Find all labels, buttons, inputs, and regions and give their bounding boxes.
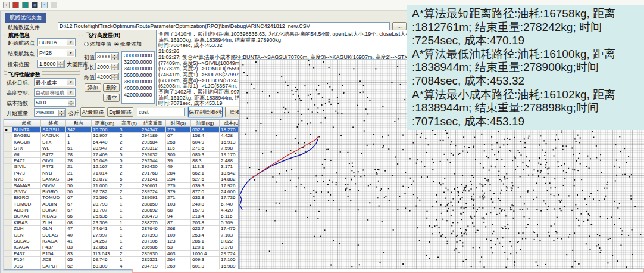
end-waypoint-combo[interactable]: P428 ▼ (37, 49, 76, 57)
row-selector-cell[interactable] (4, 176, 12, 182)
step-value-spinner[interactable]: 2000.00▲▼ (95, 63, 119, 70)
row-selector-cell[interactable] (4, 158, 12, 164)
row-selector-cell[interactable] (4, 152, 12, 158)
chevron-down-icon[interactable]: ▼ (67, 50, 74, 56)
spinner-buttons[interactable]: ▲▼ (111, 64, 118, 69)
table-row[interactable]: P473NYB2171.0142291768284662.118.542 (4, 170, 238, 176)
row-selector-cell[interactable] (4, 213, 12, 219)
clear-button[interactable]: 清空 (103, 94, 120, 102)
dijkstra-shortest-button[interactable]: Dij最短路 (107, 107, 133, 117)
column-header[interactable]: 时间(s) (166, 120, 191, 127)
altitude-list-item[interactable]: 38000.0000 (124, 79, 154, 85)
radio-add-batch[interactable]: 批量添加 (114, 41, 142, 48)
table-row[interactable]: BOKATKIBAS6625.536128847394218.46.116 (4, 213, 238, 219)
row-selector-cell[interactable] (4, 189, 12, 195)
table-row[interactable]: P437P15483113.64322859304631056.429.724 (4, 251, 238, 257)
row-selector-cell[interactable] (4, 257, 12, 263)
row-selector-cell[interactable] (4, 226, 12, 232)
table-row[interactable]: ▸BUNTASAGSU34270.7063294347279652.818.27… (4, 127, 238, 133)
cost-index-spinner[interactable]: 50.0 ▲▼ (34, 98, 76, 107)
column-header[interactable]: 油量(kg) (191, 120, 220, 127)
table-row[interactable]: GLNSULAS4027.9971287393109253.47.103 (4, 232, 238, 238)
chevron-down-icon[interactable]: ▼ (67, 39, 74, 45)
start-waypoint-combo[interactable]: BUNTA ▼ (37, 38, 76, 46)
plus-icon[interactable]: + (3, 2, 10, 8)
snowflake-icon[interactable]: * (41, 2, 48, 8)
table-row[interactable]: WLP4722877.4095292632300680.319.170 (4, 152, 238, 158)
chevron-down-icon[interactable]: ▼ (67, 89, 74, 95)
row-selector-cell[interactable] (4, 251, 12, 257)
row-selector-cell[interactable] (4, 183, 12, 189)
row-selector-cell[interactable] (4, 232, 12, 238)
cost-input[interactable]: cost (137, 108, 185, 116)
browse-button[interactable]: ... (392, 22, 407, 30)
table-row[interactable]: NYBSAMAS3460.8725291241234527.614.882 (4, 176, 238, 182)
table-row[interactable]: BIGROTOMUD6775.5961289091271633.817.736 (4, 195, 238, 201)
spinner-buttons[interactable]: ▲▼ (111, 54, 118, 59)
dark-grid-icon[interactable]: # (32, 2, 38, 8)
row-selector-cell[interactable] (4, 170, 12, 176)
row-selector-cell[interactable] (4, 133, 12, 139)
row-selector-cell[interactable] (4, 244, 12, 250)
radio-icon[interactable] (84, 42, 89, 46)
radio-add-single[interactable]: 添加单值 (84, 41, 111, 48)
altitude-list-item[interactable]: 36000.0000 (124, 72, 154, 79)
column-header[interactable]: 航向 (66, 120, 92, 127)
table-row[interactable]: STXWL5128.9472293312116271.67.598 (4, 145, 238, 151)
optimize-target-combo[interactable]: 最小成本 ▼ (34, 78, 76, 86)
altitude-list[interactable]: 30000.000032000.000034000.000036000.0000… (121, 51, 155, 104)
table-row[interactable]: TOMUDADBIN6728.7931288850103240.86.740 (4, 201, 238, 207)
column-header[interactable]: 高度(ft) (118, 120, 140, 127)
altitude-list-item[interactable]: 32000.0000 (124, 59, 154, 66)
record-red-icon[interactable] (12, 2, 19, 8)
table-row[interactable]: P472GIVIL2810.04952925443988.32.488 (4, 158, 238, 164)
save-to-plot-list-button[interactable]: 保存到绘图列表 (188, 107, 223, 117)
table-row[interactable]: SAMASGIVIV5071.0062290601276639.317.926 (4, 183, 238, 189)
table-row[interactable]: P154JCS6569.7461285321264609.317.105 (4, 257, 238, 263)
init-value-spinner[interactable]: 30000.00▲▼ (95, 52, 119, 60)
tab-route-optimization[interactable]: 航路优化页面 (5, 13, 46, 23)
add-button[interactable]: 添加 (85, 83, 101, 92)
table-row[interactable]: IGAGAP4378312.861228698653120.13.378 (4, 244, 238, 250)
table-row[interactable]: GIVILP4732112.167229243049113.33.171 (4, 164, 238, 170)
file-path-input[interactable]: D:\12 RouteflightTrackOptimum\RouteParam… (58, 22, 390, 30)
table-row[interactable]: ZUHGLN4774.6411287646268623.717.475 (4, 226, 238, 232)
start-weight-spinner[interactable]: 295000 ▲▼ (34, 108, 66, 117)
row-selector-cell[interactable] (4, 164, 12, 170)
altitude-list-item[interactable]: 34000.0000 (124, 66, 154, 72)
chevron-down-icon[interactable]: ▼ (67, 79, 74, 85)
flag-icon[interactable] (51, 2, 57, 8)
column-header[interactable] (4, 120, 12, 127)
table-row[interactable]: SULASIGAGA4134.2571287106123286.18.022 (4, 238, 238, 244)
spinner-buttons[interactable]: ▲▼ (68, 100, 74, 106)
row-selector-cell[interactable] (4, 201, 12, 207)
column-header[interactable]: 距离(km) (92, 120, 118, 127)
table-row[interactable]: KIBASZUH6823.309128827087203.85.709 (4, 220, 238, 226)
spinner-buttons[interactable]: ▲▼ (57, 61, 64, 67)
spinner-buttons[interactable]: ▲▼ (111, 74, 118, 79)
end-value-spinner[interactable]: 42000.00▲▼ (95, 73, 119, 80)
altitude-type-combo[interactable]: 自动阶梯巡航 ▼ (34, 88, 76, 97)
row-selector-cell[interactable] (4, 207, 12, 213)
row-selector-cell[interactable] (4, 195, 12, 201)
row-selector-cell[interactable] (4, 238, 12, 244)
row-selector-cell[interactable] (4, 145, 12, 151)
table-row[interactable]: KAGUKSTX164.4402293584258604.916.913 (4, 139, 238, 145)
column-header[interactable]: 起点 (12, 120, 41, 127)
radio-icon[interactable] (114, 42, 119, 46)
table-row[interactable]: GIVIVBIGRO5097.7822289724379877.024.606 (4, 189, 238, 195)
table-row[interactable]: SAGSUKAGUK116.907229418967158.44.428 (4, 133, 238, 139)
route-segments-table[interactable]: 起点终点航向距离(km)高度(ft)结束重量时间(s)油量(kg)成本(Cf)▸… (4, 119, 239, 270)
search-range-spinner[interactable]: 1.5000 ▲▼ (37, 60, 65, 68)
spinner-buttons[interactable]: ▲▼ (58, 110, 65, 116)
altitude-list-item[interactable]: 30000.0000 (124, 52, 154, 59)
table-row[interactable]: ADBINBOKAT6718.707128869268157.94.420 (4, 207, 238, 213)
column-header[interactable]: 结束重量 (140, 120, 166, 127)
row-selector-cell[interactable] (4, 220, 12, 226)
column-header[interactable]: 成本(Cf) (220, 120, 239, 127)
altitude-list-item[interactable]: 40000.0000 (124, 85, 154, 92)
astar-shortest-button[interactable]: A*最短路 (80, 107, 105, 117)
delete-button[interactable]: 删除 (103, 83, 120, 92)
row-selector-cell[interactable] (4, 263, 12, 269)
row-selector-cell[interactable] (4, 139, 12, 145)
